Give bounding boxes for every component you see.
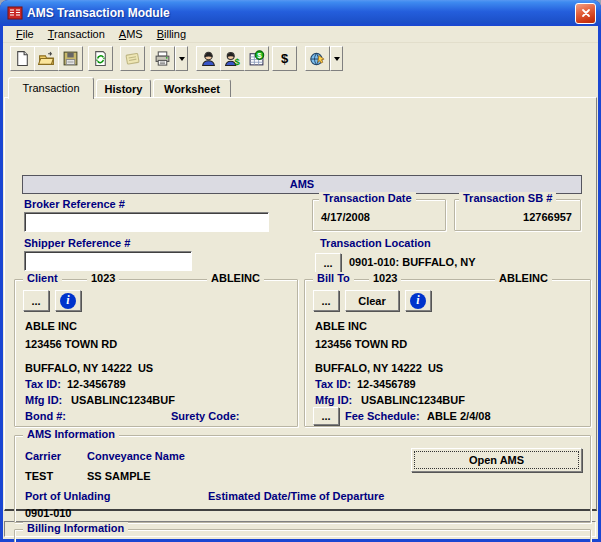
bill-to-info-button[interactable]: i <box>405 290 431 311</box>
print-button[interactable] <box>150 46 175 71</box>
client-group: Client 1023 ABLEINC ... i ABLE INC 12345… <box>14 279 298 427</box>
client-billing-button[interactable]: $ <box>220 46 245 71</box>
print-dropdown-button[interactable] <box>175 46 188 71</box>
bill-to-group: Bill To 1023 ABLEINC ... Clear i ABLE IN… <box>304 279 591 427</box>
menu-transaction[interactable]: Transaction <box>41 27 112 41</box>
transaction-date-value: 4/17/2008 <box>321 211 370 223</box>
client-code: 1023 <box>87 272 119 284</box>
client-icon <box>200 50 217 67</box>
carrier-value: TEST <box>25 470 53 482</box>
menu-ams[interactable]: AMS <box>112 27 150 41</box>
chevron-down-icon <box>179 57 185 61</box>
toolbar: $ $ $ <box>3 44 598 74</box>
port-of-unlading-label: Port of Unlading <box>25 490 111 502</box>
open-file-icon <box>38 50 55 67</box>
broker-reference-input[interactable] <box>24 212 269 232</box>
client-billing-icon: $ <box>224 50 241 67</box>
refresh-transaction-icon <box>92 50 109 67</box>
bill-to-tax-id-label: Tax ID: <box>315 378 351 390</box>
shipper-reference-label: Shipper Reference # <box>24 237 130 249</box>
notes-icon <box>124 50 141 67</box>
bill-to-mfg-id-label: Mfg ID: <box>315 394 352 406</box>
new-document-icon <box>14 50 31 67</box>
transaction-location-browse-button[interactable]: ... <box>315 253 341 273</box>
client-info-button[interactable]: i <box>55 290 81 311</box>
menu-bar: File Transaction AMS Billing <box>3 26 598 43</box>
client-button[interactable] <box>196 46 221 71</box>
bill-to-city-line: BUFFALO, NY 14222 US <box>315 362 443 374</box>
estimated-departure-label: Estimated Date/Time of Departure <box>208 490 384 502</box>
transaction-sb-group: Transaction SB # 12766957 <box>454 199 581 231</box>
client-bond-label: Bond #: <box>25 410 66 422</box>
info-icon: i <box>60 293 76 309</box>
ams-information-group: AMS Information Carrier Conveyance Name … <box>14 435 591 523</box>
save-button[interactable] <box>58 46 83 71</box>
transaction-date-label: Transaction Date <box>319 192 416 204</box>
bill-to-code: 1023 <box>369 272 401 284</box>
fee-schedule-icon: $ <box>248 50 265 67</box>
notes-button[interactable] <box>120 46 145 71</box>
client-tax-id-value: 12-3456789 <box>67 378 126 390</box>
menu-file[interactable]: File <box>9 27 41 41</box>
client-mfg-id-value: USABLINC1234BUF <box>71 394 175 406</box>
bill-to-browse-button[interactable]: ... <box>313 290 339 311</box>
billing-information-group-label: Billing Information <box>23 522 128 534</box>
close-icon <box>580 7 592 19</box>
bill-to-clear-button[interactable]: Clear <box>345 290 399 311</box>
client-name: ABLE INC <box>25 320 77 332</box>
bill-to-mfg-id-value: USABLINC1234BUF <box>361 394 465 406</box>
tab-worksheet[interactable]: Worksheet <box>153 79 231 98</box>
transaction-location-label: Transaction Location <box>320 237 431 249</box>
open-file-button[interactable] <box>34 46 59 71</box>
bill-to-address: 123456 TOWN RD <box>315 338 407 350</box>
open-ams-button[interactable]: Open AMS <box>411 448 582 472</box>
shipper-reference-input[interactable] <box>24 251 192 271</box>
bill-to-group-label: Bill To <box>313 272 354 284</box>
ams-information-group-label: AMS Information <box>23 428 119 440</box>
svg-text:$: $ <box>257 51 262 60</box>
window-title: AMS Transaction Module <box>27 6 575 20</box>
fee-schedule-value: ABLE 2/4/08 <box>427 410 491 422</box>
fee-schedule-browse-button[interactable]: ... <box>313 407 339 425</box>
info-icon: i <box>410 293 426 309</box>
tab-transaction[interactable]: Transaction <box>8 77 94 99</box>
billing-information-group: Billing Information Bill # Bill Date Cre… <box>14 529 591 542</box>
fee-schedule-button[interactable]: $ <box>244 46 269 71</box>
fee-schedule-label: Fee Schedule: <box>345 410 420 422</box>
app-window: AMS Transaction Module File Transaction … <box>0 0 601 542</box>
transaction-location-value: 0901-010: BUFFALO, NY <box>349 256 476 268</box>
web-lookup-icon <box>309 50 326 67</box>
svg-text:$: $ <box>235 56 241 67</box>
transaction-sb-value: 12766957 <box>523 211 572 223</box>
port-of-unlading-value: 0901-010 <box>25 507 72 519</box>
title-bar: AMS Transaction Module <box>0 0 601 26</box>
web-lookup-button[interactable] <box>305 46 330 71</box>
save-icon <box>62 50 79 67</box>
billing-dollar-button[interactable]: $ <box>272 46 297 71</box>
tab-history[interactable]: History <box>96 79 151 98</box>
web-lookup-dropdown-button[interactable] <box>330 46 343 71</box>
carrier-label: Carrier <box>25 450 61 462</box>
transaction-sb-label: Transaction SB # <box>459 192 556 204</box>
client-surety-code-label: Surety Code: <box>171 410 239 422</box>
refresh-transaction-button[interactable] <box>88 46 113 71</box>
close-button[interactable] <box>575 3 596 24</box>
tab-strip: Transaction History Worksheet <box>3 76 598 98</box>
client-short-name: ABLEINC <box>207 272 264 284</box>
window-body: File Transaction AMS Billing <box>3 26 598 539</box>
client-mfg-id-label: Mfg ID: <box>25 394 62 406</box>
transaction-date-group: Transaction Date 4/17/2008 <box>312 199 446 231</box>
client-group-label: Client <box>23 272 62 284</box>
conveyance-name-label: Conveyance Name <box>87 450 185 462</box>
client-tax-id-label: Tax ID: <box>25 378 61 390</box>
menu-billing[interactable]: Billing <box>150 27 193 41</box>
bill-to-name: ABLE INC <box>315 320 367 332</box>
conveyance-name-value: SS SAMPLE <box>87 470 151 482</box>
dollar-icon: $ <box>281 51 288 66</box>
client-city-line: BUFFALO, NY 14222 US <box>25 362 153 374</box>
broker-reference-label: Broker Reference # <box>24 198 125 210</box>
print-icon <box>154 50 171 67</box>
client-browse-button[interactable]: ... <box>23 290 49 311</box>
new-document-button[interactable] <box>10 46 35 71</box>
bill-to-short-name: ABLEINC <box>495 272 552 284</box>
